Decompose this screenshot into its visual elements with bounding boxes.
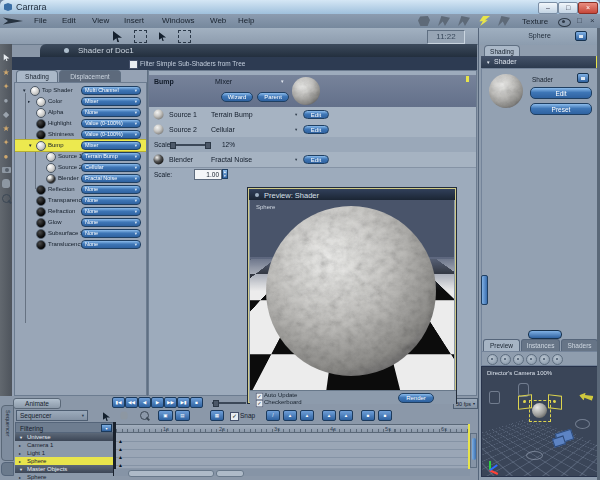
shape-tool-icon[interactable]: ◆ <box>3 111 9 119</box>
disclosure-icon[interactable]: ▼ <box>22 88 26 93</box>
scrub-slider-thumb[interactable] <box>213 400 219 407</box>
arrow-tool-icon[interactable] <box>3 54 9 62</box>
tree-row-transparency[interactable]: Transparency None▾ <box>15 195 146 206</box>
render-mode-icon-1[interactable] <box>487 354 498 365</box>
keyframe-tool-1[interactable]: / <box>266 410 280 421</box>
blender-scale-input[interactable]: 1.00 <box>194 169 222 180</box>
parent-button[interactable]: Parent <box>257 92 289 102</box>
operator-dropdown-icon[interactable]: ▾ <box>281 78 284 84</box>
tree-row-source1[interactable]: Source 1 Terrain Bump▾ <box>15 151 146 162</box>
wizard-button[interactable]: Wizard <box>221 92 253 102</box>
playhead[interactable] <box>113 422 116 476</box>
panel-box-icon[interactable]: □ <box>577 16 582 25</box>
track-master-sphere[interactable]: ▸Sphere <box>15 473 114 480</box>
transport-end-button[interactable]: ▶▮ <box>177 397 190 408</box>
document-titlebar[interactable]: Shader of Doc1 <box>40 44 477 57</box>
star-tool-icon[interactable]: ★ <box>2 69 9 77</box>
flower-tool-icon[interactable]: ★ <box>2 125 9 133</box>
disclosure-icon[interactable]: ▼ <box>28 143 32 148</box>
render-mode-icon-3[interactable] <box>513 354 524 365</box>
shader-type-dropdown[interactable]: Cellular▾ <box>81 163 141 172</box>
tree-row-color[interactable]: ▸ Color Mixer▾ <box>15 96 146 107</box>
sequencer-side-tab[interactable]: Sequencer <box>1 405 14 461</box>
keyframe-tool-5[interactable]: ▲ <box>339 410 353 421</box>
tree-row-source2[interactable]: Source 2 Cellular▾ <box>15 162 146 173</box>
lasso-tool-icon[interactable] <box>159 32 166 41</box>
timeline-zoom-tool-icon[interactable] <box>140 411 149 420</box>
transport-back-button[interactable]: ◀ <box>138 397 151 408</box>
panel-menu-button[interactable] <box>575 31 587 41</box>
assemble-room-icon[interactable] <box>418 16 430 26</box>
shader-menu-button[interactable] <box>577 73 589 83</box>
slider-handle-right[interactable] <box>205 142 211 149</box>
camera-tool-icon[interactable] <box>2 167 11 173</box>
keyframe-tool-4[interactable]: ▲ <box>322 410 336 421</box>
source1-edit-button[interactable]: Edit <box>303 110 329 119</box>
keyframe-tool-3[interactable]: ▲ <box>300 410 314 421</box>
tree-row-reflection[interactable]: Reflection None▾ <box>15 184 146 195</box>
fps-dropdown[interactable]: 30 fps▾ <box>453 398 478 409</box>
timeline-vscrollbar[interactable] <box>470 433 477 468</box>
region-tool-icon[interactable] <box>178 30 191 43</box>
shader-type-dropdown[interactable]: None▾ <box>81 229 141 238</box>
menu-view[interactable]: View <box>92 16 109 25</box>
snap-checkbox[interactable]: ✓ <box>230 412 239 421</box>
menu-file[interactable]: File <box>34 16 47 25</box>
section-disclosure-icon[interactable]: ▼ <box>486 60 490 65</box>
transport-play-button[interactable]: ▶ <box>151 397 164 408</box>
shader-type-dropdown[interactable]: None▾ <box>81 240 141 249</box>
spray-tool-icon[interactable]: ✦ <box>3 139 10 147</box>
tree-row-glow[interactable]: Glow None▾ <box>15 217 146 228</box>
shader-type-dropdown[interactable]: None▾ <box>81 108 141 117</box>
scale-stepper[interactable]: ▴▾ <box>222 169 228 179</box>
pan-tool-icon[interactable] <box>2 179 10 188</box>
source2-edit-button[interactable]: Edit <box>303 125 329 134</box>
secondary-side-tab[interactable] <box>1 462 14 476</box>
keyframe-marker[interactable]: ▲ <box>118 462 123 468</box>
storyboard-room-icon[interactable] <box>458 16 470 26</box>
scale-slider[interactable] <box>171 144 209 146</box>
panel-close-icon[interactable]: × <box>590 16 595 25</box>
tab-displacement[interactable]: Displacement <box>59 70 121 82</box>
render-mode-icon-6[interactable] <box>552 354 563 365</box>
transport-prev-button[interactable]: ◀◀ <box>125 397 138 408</box>
shader-type-dropdown[interactable]: Fractal Noise▾ <box>81 174 141 183</box>
render-button[interactable]: Render <box>398 393 434 403</box>
marquee-tool-icon[interactable] <box>134 30 147 43</box>
shader-type-dropdown[interactable]: Terrain Bump▾ <box>81 152 141 161</box>
zoom-tool-icon[interactable] <box>2 194 11 203</box>
keyframe-tool-2[interactable]: ▲ <box>283 410 297 421</box>
tree-row-blender[interactable]: Blender Fractal Noise▾ <box>15 173 146 184</box>
disclosure-icon[interactable]: ▸ <box>28 99 30 104</box>
shader-type-dropdown[interactable]: Mixer▾ <box>81 141 141 150</box>
menu-help[interactable]: Help <box>238 16 254 25</box>
shader-type-dropdown[interactable]: None▾ <box>81 185 141 194</box>
texture-room-icon[interactable] <box>478 16 490 26</box>
select-tool-icon[interactable] <box>113 31 122 42</box>
window-titlebar[interactable]: Carrara – □ × <box>0 0 600 15</box>
shader-section-header[interactable]: ▼ Shader <box>481 56 598 68</box>
tree-row-top-shader[interactable]: ▼ Top Shader Multi Channel▾ <box>15 85 146 96</box>
timeline-toggle-2[interactable]: ▤ <box>175 410 190 421</box>
source2-dropdown-icon[interactable]: ▾ <box>295 127 297 132</box>
panel-scrollbar-thumb[interactable] <box>481 275 488 305</box>
timeline-toggle-3[interactable]: ▦ <box>210 410 224 421</box>
tree-row-translucency[interactable]: Translucency None▾ <box>15 239 146 250</box>
shader-type-dropdown[interactable]: None▾ <box>81 218 141 227</box>
timeline-hscrollbar[interactable] <box>114 469 470 476</box>
keyframe-tool-7[interactable]: ■ <box>378 410 392 421</box>
properties-tab-shading[interactable]: Shading <box>484 45 520 56</box>
render-room-icon[interactable] <box>498 16 510 26</box>
keyframe-marker[interactable]: ▲ <box>118 454 123 460</box>
slider-handle-left[interactable] <box>170 142 176 149</box>
preview-viewport[interactable]: Sphere <box>250 200 454 390</box>
timeline-ruler[interactable]: 1s 2s 3s 4s 5s 6s <box>114 424 470 433</box>
tab-shading[interactable]: Shading <box>16 70 58 82</box>
menu-web[interactable]: Web <box>210 16 226 25</box>
timeline-toggle-1[interactable]: ▣ <box>158 410 173 421</box>
preview-shader-window[interactable]: Preview: Shader Sphere ✓ Auto Update ✓ C… <box>248 188 456 403</box>
source1-dropdown-icon[interactable]: ▾ <box>295 112 297 117</box>
tab-preview[interactable]: Preview <box>483 339 520 351</box>
shader-type-dropdown[interactable]: Value (0-100%)▾ <box>81 130 141 139</box>
panel-collapse-handle[interactable] <box>528 330 562 339</box>
